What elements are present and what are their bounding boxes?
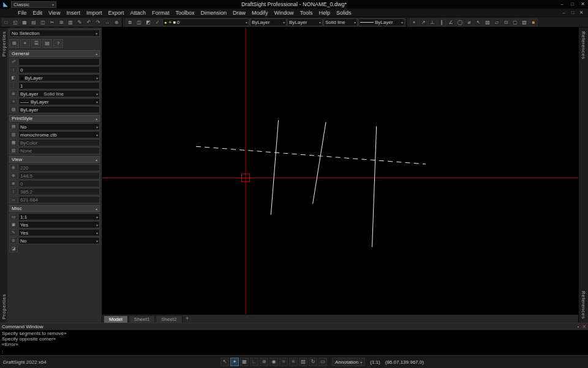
- color-palette-icon[interactable]: ■: [529, 18, 538, 26]
- line-color-field[interactable]: ●ByLayer▾: [18, 74, 100, 81]
- smart-dimension-icon[interactable]: ↗: [419, 18, 428, 26]
- help-icon[interactable]: ?: [53, 39, 63, 48]
- ortho-icon[interactable]: ∟: [250, 358, 258, 366]
- copy-icon[interactable]: ⊞: [57, 18, 66, 26]
- line-weight-combo[interactable]: ByLayer ▾: [358, 18, 405, 26]
- doc-close-button[interactable]: ✕: [577, 10, 586, 15]
- quick-select-icon[interactable]: ☰: [31, 39, 41, 48]
- section-header-misc[interactable]: Misc▴: [9, 205, 100, 212]
- entity-snap-icon[interactable]: ◉: [270, 358, 278, 366]
- save-icon[interactable]: ▦: [20, 18, 29, 26]
- thickness-field[interactable]: 0: [18, 66, 100, 73]
- tab-sheet1[interactable]: Sheet1: [129, 315, 155, 323]
- line-color-combo[interactable]: ByLayer ▾: [250, 18, 287, 26]
- select-entities-icon[interactable]: ⌖: [20, 39, 30, 48]
- workspace-combo[interactable]: Classic ▾: [11, 1, 56, 8]
- menu-import[interactable]: Import: [83, 10, 105, 16]
- layers-manager-icon[interactable]: ≣: [126, 18, 134, 26]
- radius-dimension-icon[interactable]: ◯: [456, 18, 464, 26]
- section-header-general[interactable]: General▴: [9, 50, 100, 57]
- ucs-per-viewport-field[interactable]: Yes▾: [18, 221, 100, 228]
- menu-edit[interactable]: Edit: [30, 10, 46, 16]
- print-icon[interactable]: ▤: [29, 18, 38, 26]
- entity-snap-icon[interactable]: ⌖: [410, 18, 418, 26]
- layer-states-icon[interactable]: ◫: [135, 18, 143, 26]
- quick-input-icon[interactable]: ▭: [318, 358, 327, 366]
- menu-help[interactable]: Help: [316, 10, 334, 16]
- command-input[interactable]: :: [0, 348, 588, 355]
- angular-dimension-icon[interactable]: ∠: [447, 18, 455, 26]
- hyperlink-field[interactable]: [18, 58, 100, 66]
- undo-icon[interactable]: ↶: [85, 18, 93, 26]
- line-style-field[interactable]: ByLayerSolid line▾: [18, 90, 100, 97]
- print-style-field[interactable]: No▾: [18, 123, 100, 130]
- view-options-icon[interactable]: ▤: [42, 39, 52, 48]
- menu-export[interactable]: Export: [105, 10, 127, 16]
- annotation-scale-field[interactable]: 1:1▾: [18, 213, 100, 220]
- menu-solids[interactable]: Solids: [333, 10, 355, 16]
- close-icon[interactable]: ✕: [582, 324, 586, 329]
- command-log[interactable]: Specify segments to remove»Specify oppos…: [0, 330, 588, 348]
- section-header-printstyle[interactable]: PrintStyle▴: [9, 115, 100, 122]
- pickadd-toggle-icon[interactable]: ⊞: [9, 39, 19, 48]
- layer-combo[interactable]: ●☀■ 0 ▾: [162, 18, 249, 26]
- close-button[interactable]: ✕: [578, 0, 588, 9]
- layer-style-combo[interactable]: ByLayer ▾: [287, 18, 323, 26]
- menu-tools[interactable]: Tools: [297, 10, 316, 16]
- redo-icon[interactable]: ↷: [94, 18, 102, 26]
- menu-toolbox[interactable]: Toolbox: [172, 10, 197, 16]
- annotation-scale-combo[interactable]: Annotation ▾: [332, 358, 365, 366]
- layer-preview-icon[interactable]: ◩: [144, 18, 153, 26]
- tab-model[interactable]: Model: [104, 315, 128, 323]
- section-header-view[interactable]: View▴: [9, 156, 100, 163]
- open-icon[interactable]: ◱: [11, 18, 20, 26]
- selection-combo[interactable]: No Selection ▾: [9, 29, 100, 37]
- insert-block-icon[interactable]: ▢: [511, 18, 519, 26]
- area-measure-icon[interactable]: ▱: [492, 18, 501, 26]
- entity-track-icon[interactable]: ≈: [279, 358, 288, 366]
- make-layer-current-icon[interactable]: ✓: [153, 18, 162, 26]
- pan-icon[interactable]: ↔: [103, 18, 111, 26]
- menu-insert[interactable]: Insert: [63, 10, 83, 16]
- properties-palette-tab[interactable]: Properties: [1, 294, 7, 319]
- diameter-dimension-icon[interactable]: ⌀: [465, 18, 473, 26]
- polar-icon[interactable]: ⊛: [260, 358, 268, 366]
- doc-restore-button[interactable]: □: [568, 10, 577, 15]
- print-style-table-field[interactable]: monochrome.ctb▾: [18, 131, 100, 138]
- line-weight-field[interactable]: ——ByLayer▾: [18, 98, 100, 105]
- attach-image-icon[interactable]: ▧: [520, 18, 529, 26]
- ucs-icon-origin-field[interactable]: No▾: [18, 237, 100, 244]
- leader-icon[interactable]: ↖: [474, 18, 483, 26]
- maximize-button[interactable]: □: [567, 0, 578, 9]
- grid-icon[interactable]: ▦: [240, 358, 249, 366]
- hatch-icon[interactable]: ▨: [483, 18, 492, 26]
- add-sheet-button[interactable]: +: [183, 315, 192, 323]
- format-painter-icon[interactable]: ✎: [75, 18, 84, 26]
- linear-dimension-icon[interactable]: ⊥: [428, 18, 437, 26]
- minimize-button[interactable]: –: [557, 0, 567, 9]
- menu-draw[interactable]: Draw: [230, 10, 249, 16]
- menu-attach[interactable]: Attach: [127, 10, 149, 16]
- drawing-canvas[interactable]: [102, 28, 578, 314]
- menu-format[interactable]: Format: [149, 10, 173, 16]
- zoom-icon[interactable]: ⊕: [112, 18, 121, 26]
- menu-window[interactable]: Window: [271, 10, 297, 16]
- print-preview-icon[interactable]: ◫: [39, 18, 47, 26]
- line-style-combo[interactable]: Solid line ▾: [323, 18, 358, 26]
- scale-indicator[interactable]: (1:1): [370, 359, 380, 365]
- command-window-header[interactable]: Command Window ▪ ✕: [0, 323, 588, 330]
- transparency-icon[interactable]: ▨: [299, 358, 307, 366]
- properties-palette-tab[interactable]: Properties: [1, 31, 7, 56]
- paste-icon[interactable]: ▥: [66, 18, 75, 26]
- aligned-dimension-icon[interactable]: ∥: [437, 18, 446, 26]
- menu-dimension[interactable]: Dimension: [198, 10, 230, 16]
- doc-minimize-button[interactable]: –: [560, 10, 568, 15]
- linetype-scale-field[interactable]: 1: [18, 82, 100, 89]
- new-icon[interactable]: □: [2, 18, 10, 26]
- pin-icon[interactable]: ▪: [578, 325, 579, 329]
- menu-modify[interactable]: Modify: [249, 10, 271, 16]
- references-palette-tab[interactable]: References: [581, 291, 586, 319]
- tab-sheet2[interactable]: Sheet2: [156, 315, 182, 323]
- ucs-icon-visible-field[interactable]: Yes▾: [18, 229, 100, 236]
- menu-view[interactable]: View: [45, 10, 63, 16]
